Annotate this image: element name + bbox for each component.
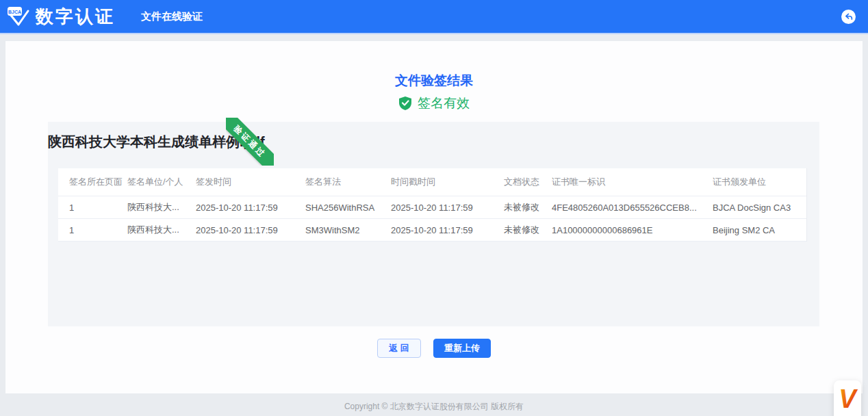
v-float-badge[interactable]: V — [834, 380, 861, 416]
column-header: 文档状态 — [504, 173, 552, 191]
nav-item-file-online-verify[interactable]: 文件在线验证 — [141, 10, 203, 23]
column-header: 时间戳时间 — [391, 173, 504, 191]
action-buttons: 返 回 重新上传 — [377, 339, 491, 358]
table-row: 1 陕西科技大... 2025-10-20 11:17:59 SHA256Wit… — [58, 196, 806, 219]
document-name: 陕西科技大学本科生成绩单样例.pdf — [48, 133, 265, 151]
cell-sign-time: 2025-10-20 11:17:59 — [196, 225, 305, 235]
column-header: 证书颁发单位 — [713, 173, 806, 191]
reupload-button[interactable]: 重新上传 — [433, 339, 491, 358]
cell-signer: 陕西科技大... — [127, 224, 196, 236]
page-title: 文件验签结果 — [5, 72, 863, 90]
shield-check-icon — [398, 96, 412, 111]
cell-doc-status: 未被修改 — [504, 224, 552, 236]
back-button[interactable]: 返 回 — [377, 339, 421, 358]
cell-cert-issuer: Beijing SM2 CA — [713, 225, 806, 235]
cell-algorithm: SM3WithSM2 — [305, 225, 391, 235]
column-header: 证书唯一标识 — [552, 173, 713, 191]
app-header: BJCA 数字认证 文件在线验证 — [0, 0, 868, 34]
column-header: 签发时间 — [196, 173, 305, 191]
main-card: 文件验签结果 签名有效 陕西科技大学本科生成绩单样例.pdf 验证通过 签名所在… — [5, 41, 863, 393]
footer-copyright: Copyright © 北京数字认证股份有限公司 版权所有 — [0, 401, 868, 413]
cell-cert-id: 4FE4805260A013D655526CCEB8... — [552, 203, 713, 213]
bjca-logo-icon: BJCA — [7, 5, 30, 28]
brand-title: 数字认证 — [36, 5, 115, 29]
cell-signer: 陕西科技大... — [127, 201, 196, 213]
status-badge: 签名有效 — [418, 94, 470, 112]
cell-algorithm: SHA256WithRSA — [305, 203, 391, 213]
back-circle-icon[interactable] — [841, 10, 856, 24]
cell-sign-time: 2025-10-20 11:17:59 — [196, 203, 305, 213]
column-header: 签名单位/个人 — [127, 173, 196, 191]
svg-text:BJCA: BJCA — [8, 10, 21, 14]
column-header: 签名所在页面 — [69, 173, 127, 191]
cell-cert-id: 1A10000000000686961E — [552, 225, 713, 235]
cell-timestamp: 2025-10-20 11:17:59 — [391, 203, 504, 213]
svg-text:V: V — [839, 385, 858, 413]
brand: BJCA 数字认证 — [7, 5, 115, 29]
result-panel: 陕西科技大学本科生成绩单样例.pdf 验证通过 签名所在页面 签名单位/个人 签… — [48, 122, 819, 326]
cell-page: 1 — [69, 225, 127, 235]
cell-page: 1 — [69, 203, 127, 213]
cell-doc-status: 未被修改 — [504, 201, 552, 213]
status-line: 签名有效 — [5, 94, 863, 112]
column-header: 签名算法 — [305, 173, 391, 191]
cell-timestamp: 2025-10-20 11:17:59 — [391, 225, 504, 235]
v-logo-icon: V — [837, 385, 858, 415]
cell-cert-issuer: BJCA DocSign CA3 — [713, 203, 806, 213]
table-header-row: 签名所在页面 签名单位/个人 签发时间 签名算法 时间戳时间 文档状态 证书唯一… — [58, 168, 806, 196]
table-row: 1 陕西科技大... 2025-10-20 11:17:59 SM3WithSM… — [58, 219, 806, 242]
signature-table: 签名所在页面 签名单位/个人 签发时间 签名算法 时间戳时间 文档状态 证书唯一… — [58, 168, 807, 242]
